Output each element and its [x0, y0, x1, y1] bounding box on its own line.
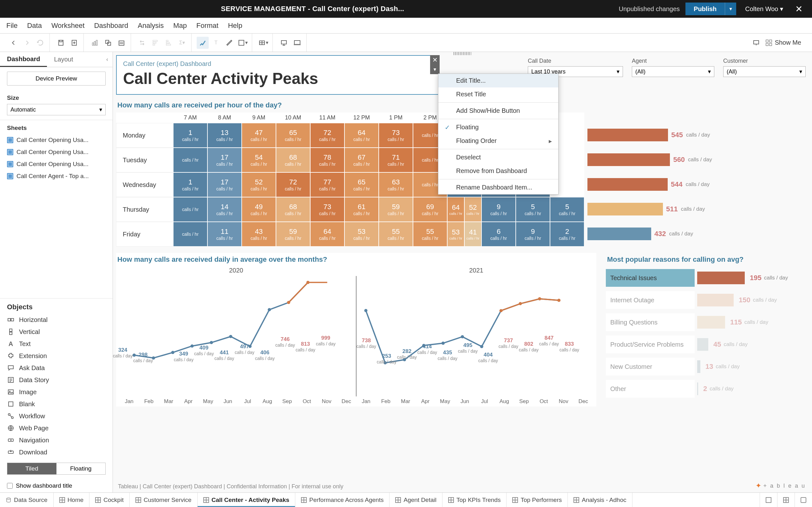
heatmap-cell[interactable]: 43calls / hr: [242, 222, 276, 246]
heatmap-cell[interactable]: 78calls / hr: [310, 148, 345, 172]
menu-dashboard[interactable]: Dashboard: [94, 21, 129, 30]
sheet-item[interactable]: Call Center Opening Usa...: [0, 146, 113, 158]
tab-call-center-activity-peaks[interactable]: Call Center - Activity Peaks: [198, 493, 295, 507]
heatmap-cell[interactable]: 53calls / hr: [447, 222, 464, 246]
borders-icon[interactable]: ▾: [237, 37, 249, 49]
collapse-sidebar-icon[interactable]: ‹: [102, 56, 113, 63]
tab-agent-detail[interactable]: Agent Detail: [390, 493, 443, 507]
user-menu[interactable]: Colten Woo ▾: [742, 5, 786, 13]
object-navigation[interactable]: Navigation: [0, 434, 113, 446]
reasons-chart[interactable]: Most popular reasons for calling on avg?…: [606, 253, 809, 406]
heatmap-cell[interactable]: 64calls / hr: [310, 222, 345, 246]
heatmap-cell[interactable]: 41calls / hr: [464, 222, 481, 246]
highlight-icon[interactable]: [197, 37, 209, 49]
object-extension[interactable]: Extension: [0, 350, 113, 362]
tab-home[interactable]: Home: [54, 493, 90, 507]
heatmap-cell[interactable]: 1calls / hr: [173, 123, 207, 148]
ctx-reset-title[interactable]: Reset Title: [438, 88, 558, 101]
line-chart[interactable]: How many calls are received daily in ave…: [116, 253, 596, 406]
day-totals-bars[interactable]: 545calls / day560calls / day544calls / d…: [588, 112, 712, 246]
object-vertical[interactable]: Vertical: [0, 326, 113, 338]
heatmap-cell[interactable]: 59calls / hr: [379, 197, 413, 222]
sheet-item[interactable]: Call Center Opening Usa...: [0, 134, 113, 146]
heatmap-cell[interactable]: 65calls / hr: [345, 172, 379, 197]
ctx-floating-order[interactable]: Floating Order▸: [438, 134, 558, 148]
heatmap-cell[interactable]: 72calls / hr: [310, 123, 345, 148]
heatmap-cell[interactable]: 9calls / hr: [516, 222, 550, 246]
heatmap-cell[interactable]: 17calls / hr: [207, 172, 242, 197]
menu-worksheet[interactable]: Worksheet: [51, 21, 85, 30]
heatmap-cell[interactable]: 2calls / hr: [550, 222, 584, 246]
ctx-remove[interactable]: Remove from Dashboard: [438, 164, 558, 178]
heatmap-cell[interactable]: 53calls / hr: [345, 222, 379, 246]
new-sheet-icon[interactable]: [760, 493, 777, 507]
heatmap-cell[interactable]: 71calls / hr: [379, 148, 413, 172]
menu-data[interactable]: Data: [27, 21, 42, 30]
day-total-row[interactable]: 432calls / day: [588, 222, 712, 246]
object-workflow[interactable]: Workflow: [0, 410, 113, 422]
heatmap-cell[interactable]: calls / hr: [173, 197, 207, 222]
object-download[interactable]: Download: [0, 446, 113, 458]
heatmap-cell[interactable]: 73calls / hr: [379, 123, 413, 148]
back-icon[interactable]: [8, 37, 20, 49]
reason-row[interactable]: Product/Service Problems 45 calls / day: [606, 333, 809, 355]
object-web-page[interactable]: Web Page: [0, 422, 113, 434]
close-icon[interactable]: ✕: [430, 55, 440, 65]
showme-button[interactable]: Show Me: [765, 39, 801, 46]
new-story-icon[interactable]: [795, 493, 812, 507]
heatmap-cell[interactable]: calls / hr: [173, 222, 207, 246]
reason-row[interactable]: Technical Issues 195 calls / day: [606, 267, 809, 289]
heatmap-cell[interactable]: 11calls / hr: [207, 222, 242, 246]
menu-file[interactable]: File: [6, 21, 17, 30]
guide-icon[interactable]: [750, 37, 762, 49]
heatmap-cell[interactable]: 54calls / hr: [242, 148, 276, 172]
side-tab-layout[interactable]: Layout: [47, 52, 80, 67]
sheet-item[interactable]: Call Center Opening Usa...: [0, 158, 113, 170]
tab-top-performers[interactable]: Top Performers: [507, 493, 568, 507]
customer-select[interactable]: (All)▾: [723, 66, 806, 77]
heatmap-cell[interactable]: 68calls / hr: [276, 197, 310, 222]
ctx-edit-title[interactable]: Edit Title...: [438, 74, 558, 88]
object-text[interactable]: AText: [0, 338, 113, 350]
tab-performance-across-agents[interactable]: Performance Across Agents: [295, 493, 390, 507]
object-ask-data[interactable]: Ask Data: [0, 362, 113, 374]
tile-toggle[interactable]: Tiled Floating: [7, 463, 106, 475]
heatmap-cell[interactable]: 13calls / hr: [207, 123, 242, 148]
day-total-row[interactable]: 544calls / day: [588, 172, 712, 197]
heatmap-cell[interactable]: 65calls / hr: [276, 123, 310, 148]
ctx-rename[interactable]: Rename Dashboard Item...: [438, 181, 558, 194]
heatmap-cell[interactable]: 77calls / hr: [310, 172, 345, 197]
reason-row[interactable]: Other 2 calls / day: [606, 378, 809, 400]
heatmap-cell[interactable]: 52calls / hr: [464, 197, 481, 222]
heatmap-cell[interactable]: 5calls / hr: [516, 197, 550, 222]
heatmap-cell[interactable]: 64calls / hr: [345, 123, 379, 148]
reason-row[interactable]: New Customer 13 calls / day: [606, 355, 809, 378]
tab-analysis-adhoc[interactable]: Analysis - Adhoc: [568, 493, 632, 507]
new-worksheet-icon[interactable]: [89, 37, 101, 49]
day-total-row[interactable]: 560calls / day: [588, 147, 712, 172]
heatmap-cell[interactable]: 52calls / hr: [242, 172, 276, 197]
reason-row[interactable]: Billing Questions 115 calls / day: [606, 311, 809, 333]
title-card[interactable]: ✕ ▼ Call Center (expert) Dashboard Call …: [116, 55, 440, 95]
heatmap-cell[interactable]: 6calls / hr: [481, 222, 516, 246]
gripper-icon[interactable]: [454, 52, 471, 55]
clear-icon[interactable]: [115, 37, 128, 49]
caret-down-icon[interactable]: ▼: [430, 65, 440, 74]
heatmap-cell[interactable]: 63calls / hr: [379, 172, 413, 197]
day-total-row[interactable]: 511calls / day: [588, 197, 712, 222]
heatmap-cell[interactable]: 61calls / hr: [345, 197, 379, 222]
heatmap-cell[interactable]: 73calls / hr: [310, 197, 345, 222]
heatmap-cell[interactable]: 64calls / hr: [447, 197, 464, 222]
tab-cockpit[interactable]: Cockpit: [90, 493, 130, 507]
close-icon[interactable]: ✕: [792, 4, 806, 14]
menu-map[interactable]: Map: [173, 21, 187, 30]
heatmap-cell[interactable]: 49calls / hr: [242, 197, 276, 222]
publish-dropdown[interactable]: ▼: [725, 3, 736, 15]
annotate-icon[interactable]: [223, 37, 235, 49]
heatmap-cell[interactable]: 55calls / hr: [413, 222, 447, 246]
duplicate-icon[interactable]: [102, 37, 114, 49]
heatmap-cell[interactable]: 59calls / hr: [276, 222, 310, 246]
heatmap-cell[interactable]: 47calls / hr: [242, 123, 276, 148]
tab-customer-service[interactable]: Customer Service: [130, 493, 198, 507]
fit-icon[interactable]: ▾: [257, 37, 269, 49]
